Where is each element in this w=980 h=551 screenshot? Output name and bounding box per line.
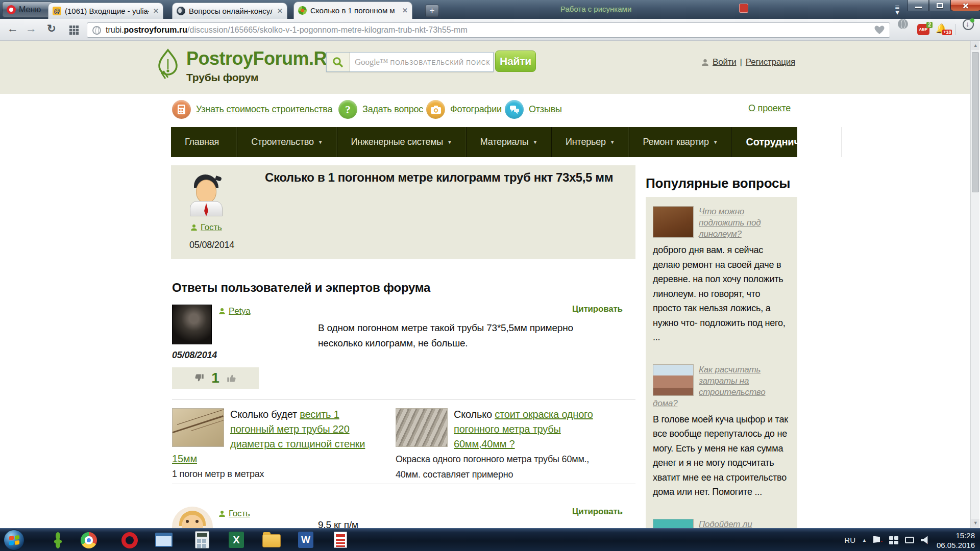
chevron-down-icon: ▼	[532, 139, 537, 145]
quicklink-ask-label: Задать вопрос	[362, 104, 423, 115]
page-scrollbar[interactable]: ▲ ▼	[970, 41, 979, 528]
auth-divider: |	[740, 57, 742, 67]
user-icon	[218, 510, 226, 517]
login-link[interactable]: Войти	[713, 57, 737, 67]
speed-dial-icon[interactable]	[69, 26, 79, 35]
related-lead: Сколько	[454, 409, 495, 420]
quicklink-photos[interactable]: Фотографии	[426, 100, 502, 119]
answer-author-link[interactable]: Petya	[229, 306, 250, 316]
tab-mail[interactable]: @ (1061) Входящие - yulia-al ✕	[48, 3, 163, 19]
chat-bubbles-icon	[505, 100, 524, 119]
action-center-flag-icon[interactable]: ✕	[873, 536, 883, 544]
minimize-button[interactable]	[908, 0, 929, 11]
maximize-button[interactable]	[929, 0, 950, 11]
tab-title: (1061) Входящие - yulia-al	[65, 7, 149, 15]
user-icon	[701, 59, 709, 66]
quicklink-ask[interactable]: ? Задать вопрос	[338, 100, 423, 119]
site-header: PostroyForum.Ru Трубы форум Google™ ПОЛЬ…	[0, 41, 970, 94]
answers-heading: Ответы пользователей и экпертов форума	[172, 281, 430, 295]
opera-menu-button[interactable]: Меню	[2, 2, 53, 17]
new-tab-button[interactable]: +	[425, 5, 439, 17]
notification-bell-icon[interactable]: 🔔+18	[936, 23, 947, 34]
taskbar-calculator-icon[interactable]	[195, 531, 213, 548]
extension-globe-icon[interactable]	[898, 19, 908, 29]
nav-item-construction[interactable]: Строительство▼	[237, 127, 337, 157]
adblock-icon[interactable]: ABP2	[917, 24, 929, 35]
quicklink-reviews[interactable]: Отзывы	[505, 100, 562, 119]
search-watermark-text: ПОЛЬЗОВАТЕЛЬСКИЙ ПОИСК	[390, 59, 491, 66]
close-button[interactable]	[950, 0, 980, 11]
download-icon[interactable]	[963, 19, 974, 30]
search-submit-button[interactable]: Найти	[495, 51, 536, 72]
about-project-link[interactable]: О проекте	[748, 103, 791, 114]
volume-icon[interactable]: ✕	[921, 536, 930, 544]
quicklink-photos-label: Фотографии	[450, 104, 502, 115]
quote-button[interactable]: Цитировать	[572, 507, 623, 517]
taskbar-folder-icon[interactable]	[262, 531, 281, 548]
related-question-thumbnail[interactable]	[172, 408, 224, 447]
taskbar-chrome-icon[interactable]	[81, 532, 99, 549]
reload-icon[interactable]: ↻	[47, 22, 56, 35]
bookmark-heart-icon[interactable]	[874, 26, 885, 35]
tab-list-menu-icon[interactable]: ≡▾	[891, 5, 904, 15]
back-icon[interactable]: ←	[7, 22, 18, 35]
taskbar-window-app-icon[interactable]	[155, 531, 174, 548]
answer-author-link[interactable]: Гость	[229, 509, 250, 519]
taskbar-app-green-icon[interactable]	[49, 531, 67, 548]
forward-icon[interactable]: →	[26, 22, 37, 35]
nav-item-engineering[interactable]: Инженерные системы▼	[337, 127, 467, 157]
taskbar-document-icon[interactable]	[334, 532, 352, 549]
section-divider	[172, 399, 635, 400]
related-question-thumbnail[interactable]	[396, 408, 448, 447]
tab-forum-active[interactable]: Сколько в 1 погонном ме ✕	[293, 2, 412, 19]
popular-question-thumbnail[interactable]	[653, 206, 694, 238]
popular-question-item: Подойдет ли фольгированный утеплитель дл…	[653, 518, 790, 529]
taskbar-clock[interactable]: 15:28 06.05.2016	[937, 531, 976, 550]
nav-item-interior[interactable]: Интерьер▼	[552, 127, 629, 157]
pen-nib-logo-icon	[155, 48, 181, 82]
taskbar-word-icon[interactable]: W	[298, 532, 316, 549]
answer-author: Гость	[218, 509, 250, 519]
thumbs-up-icon[interactable]	[227, 373, 237, 383]
user-icon	[218, 308, 226, 315]
quicklink-cost[interactable]: Узнать стоимость строительства	[172, 100, 332, 119]
search-box: Google™ ПОЛЬЗОВАТЕЛЬСКИЙ ПОИСК	[326, 52, 494, 72]
start-button[interactable]	[4, 530, 24, 550]
chevron-down-icon: ▼	[447, 139, 452, 145]
popular-question-thumbnail[interactable]	[653, 519, 694, 529]
tab-close-icon[interactable]: ✕	[277, 7, 283, 15]
question-icon: ?	[338, 100, 357, 119]
url-input[interactable]: trubi.postroyforum.ru/discussion/165665/…	[87, 22, 890, 38]
tab-close-icon[interactable]: ✕	[402, 7, 408, 14]
nav-item-materials[interactable]: Материалы▼	[467, 127, 552, 157]
chevron-down-icon: ▼	[318, 139, 323, 145]
taskbar-excel-icon[interactable]: X	[229, 532, 247, 549]
taskbar: X W RU ▲ ✕ ✕ 15:28 06.05.2016	[0, 528, 980, 551]
thumbs-down-icon[interactable]	[194, 373, 204, 383]
register-link[interactable]: Регистрация	[746, 57, 795, 67]
postroyforum-favicon	[298, 6, 307, 15]
quicklink-cost-label: Узнать стоимость строительства	[196, 104, 332, 115]
windows-update-icon[interactable]	[889, 536, 898, 544]
network-display-icon[interactable]	[905, 537, 914, 543]
age-badge: +18	[942, 30, 952, 35]
taskbar-opera-icon[interactable]	[121, 532, 140, 549]
question-author-link[interactable]: Гость	[201, 222, 222, 233]
auth-links: Войти | Регистрация	[701, 57, 795, 67]
site-logo[interactable]: PostroyForum.Ru Трубы форум	[155, 48, 338, 84]
scroll-up-icon[interactable]: ▲	[971, 41, 979, 50]
nav-item-cooperation[interactable]: Сотрудничество	[732, 127, 842, 157]
nav-item-renovation[interactable]: Ремонт квартир▼	[629, 127, 732, 157]
nav-item-home[interactable]: Главная	[171, 127, 237, 157]
scrollbar-thumb[interactable]	[972, 52, 979, 192]
search-input[interactable]: Google™ ПОЛЬЗОВАТЕЛЬСКИЙ ПОИСК	[350, 57, 490, 67]
scroll-down-icon[interactable]: ▼	[971, 519, 979, 528]
popular-question-thumbnail[interactable]	[653, 364, 694, 396]
tray-expand-icon[interactable]: ▲	[862, 538, 867, 543]
tab-questions[interactable]: Вопросы онлайн-консуль ✕	[172, 3, 287, 19]
url-text: trubi.postroyforum.ru/discussion/165665/…	[106, 26, 468, 35]
tab-close-icon[interactable]: ✕	[153, 7, 159, 15]
clock-date: 06.05.2016	[937, 540, 975, 550]
quote-button[interactable]: Цитировать	[572, 304, 623, 314]
language-indicator[interactable]: RU	[844, 536, 855, 544]
